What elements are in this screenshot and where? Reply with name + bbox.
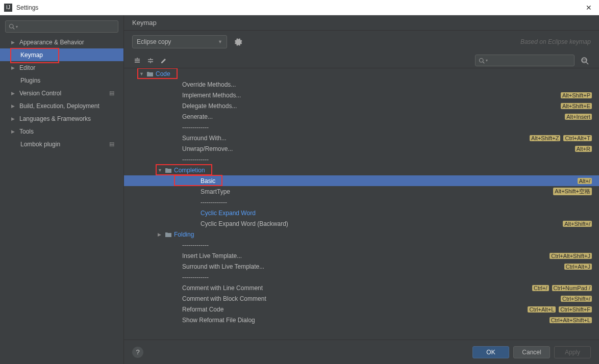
shortcut-list: Alt+/ bbox=[578, 178, 592, 184]
action-item-smarttype[interactable]: SmartTypeAlt+Shift+空格 bbox=[124, 186, 599, 197]
shortcut-badge: Ctrl+Alt+J bbox=[564, 264, 592, 270]
action-label: ------------- bbox=[182, 274, 209, 281]
action-tree: ▼CodeOverride Methods...Implement Method… bbox=[124, 68, 599, 340]
action-item-comment-with-block-comment[interactable]: Comment with Block CommentCtrl+Shift+/ bbox=[124, 293, 599, 304]
gear-icon[interactable] bbox=[234, 38, 242, 46]
shortcut-list: Ctrl+Alt+Shift+L bbox=[550, 317, 592, 323]
chevron-down-icon: ▾ bbox=[16, 24, 18, 29]
shortcut-list: Ctrl+Alt+J bbox=[564, 264, 592, 270]
action-item-delegate-methods-[interactable]: Delegate Methods...Alt+Shift+E bbox=[124, 100, 599, 111]
close-icon[interactable]: ✕ bbox=[583, 4, 595, 12]
shortcut-badge: Alt+Shift+/ bbox=[563, 221, 592, 227]
action-group-folding[interactable]: ▶Folding bbox=[124, 229, 599, 240]
separator: ------------- bbox=[124, 272, 599, 282]
svg-point-2 bbox=[480, 58, 484, 62]
ok-label: OK bbox=[486, 349, 495, 356]
action-item-comment-with-line-comment[interactable]: Comment with Line CommentCtrl+/Ctrl+NumP… bbox=[124, 282, 599, 293]
sidebar-item-lombok-plugin[interactable]: Lombok plugin▤ bbox=[0, 138, 123, 150]
action-item-show-reformat-file-dialog[interactable]: Show Reformat File DialogCtrl+Alt+Shift+… bbox=[124, 315, 599, 325]
chevron-right-icon: ▶ bbox=[11, 91, 15, 96]
sidebar-item-build-execution-deployment[interactable]: ▶Build, Execution, Deployment bbox=[0, 99, 123, 112]
main-panel: Keymap Eclipse copy ▼ Based on Eclipse k… bbox=[124, 15, 599, 364]
sidebar-item-appearance-behavior[interactable]: ▶Appearance & Behavior bbox=[0, 36, 123, 48]
action-label: Basic bbox=[201, 177, 215, 185]
shortcut-list: Ctrl+Alt+LCtrl+Shift+F bbox=[528, 306, 592, 313]
shortcut-list: Ctrl+Shift+/ bbox=[561, 296, 592, 302]
action-item-cyclic-expand-word-backward-[interactable]: Cyclic Expand Word (Backward)Alt+Shift+/ bbox=[124, 218, 599, 229]
action-search-input[interactable]: ▾ bbox=[475, 55, 575, 66]
action-item-generate-[interactable]: Generate...Alt+Insert bbox=[124, 111, 599, 122]
sidebar-item-languages-frameworks[interactable]: ▶Languages & Frameworks bbox=[0, 112, 123, 125]
titlebar: IJ Settings ✕ bbox=[0, 0, 599, 15]
expand-all-button[interactable] bbox=[132, 56, 142, 66]
svg-line-3 bbox=[483, 62, 484, 63]
sidebar: ▾ ▶Appearance & BehaviorKeymap▶EditorPlu… bbox=[0, 15, 124, 364]
chevron-right-icon: ▶ bbox=[11, 129, 15, 134]
scheme-row: Eclipse copy ▼ Based on Eclipse keymap bbox=[124, 31, 599, 53]
folder-icon bbox=[165, 167, 172, 173]
sidebar-item-tools[interactable]: ▶Tools bbox=[0, 125, 123, 138]
shortcut-list: Alt+Insert bbox=[565, 114, 592, 120]
help-button[interactable]: ? bbox=[132, 347, 143, 358]
shortcut-list: Alt+Shift+/ bbox=[563, 221, 592, 227]
action-label: Delegate Methods... bbox=[182, 102, 237, 110]
chevron-down-icon: ▼ bbox=[158, 168, 162, 173]
sidebar-item-version-control[interactable]: ▶Version Control▤ bbox=[0, 87, 123, 99]
action-item-cyclic-expand-word[interactable]: Cyclic Expand Word bbox=[124, 207, 599, 218]
shortcut-badge: Alt+Shift+E bbox=[561, 103, 592, 109]
action-label: Surround With... bbox=[182, 135, 227, 142]
action-item-basic[interactable]: BasicAlt+/ bbox=[124, 175, 599, 186]
shortcut-list: Alt+Shift+ZCtrl+Alt+T bbox=[530, 135, 592, 141]
action-group-completion[interactable]: ▼Completion bbox=[124, 165, 599, 175]
chevron-down-icon: ▾ bbox=[486, 58, 488, 63]
folder-icon bbox=[165, 231, 172, 238]
project-scope-icon: ▤ bbox=[109, 90, 114, 96]
shortcut-badge: Alt+/ bbox=[578, 178, 592, 184]
shortcut-badge: Ctrl+/ bbox=[532, 285, 549, 291]
shortcut-badge: Ctrl+NumPad / bbox=[552, 285, 592, 291]
sidebar-search-input[interactable]: ▾ bbox=[5, 20, 118, 33]
action-label: Surround with Live Template... bbox=[182, 263, 264, 270]
shortcut-badge: Ctrl+Shift+F bbox=[559, 306, 592, 313]
sidebar-item-keymap[interactable]: Keymap bbox=[0, 48, 123, 61]
action-label: Comment with Line Comment bbox=[182, 284, 263, 292]
action-item-surround-with-live-template-[interactable]: Surround with Live Template...Ctrl+Alt+J bbox=[124, 261, 599, 272]
find-shortcut-icon[interactable] bbox=[581, 57, 591, 65]
action-group-code[interactable]: ▼Code bbox=[124, 68, 599, 79]
folder-icon bbox=[146, 71, 154, 77]
action-label: Code bbox=[156, 70, 170, 77]
shortcut-list: Ctrl+Alt+Shift+J bbox=[550, 253, 592, 259]
ok-button[interactable]: OK bbox=[472, 346, 509, 358]
sidebar-item-plugins[interactable]: Plugins bbox=[0, 74, 123, 87]
sidebar-item-label: Plugins bbox=[20, 77, 40, 84]
action-item-unwrap-remove-[interactable]: Unwrap/Remove...Alt+R bbox=[124, 143, 599, 154]
shortcut-list: Alt+Shift+E bbox=[561, 103, 592, 109]
separator: ------------- bbox=[124, 122, 599, 133]
sidebar-item-editor[interactable]: ▶Editor bbox=[0, 61, 123, 74]
action-label: Unwrap/Remove... bbox=[182, 145, 233, 152]
sidebar-item-label: Version Control bbox=[10, 90, 61, 97]
action-label: Completion bbox=[174, 167, 205, 174]
action-label: ------------- bbox=[182, 242, 209, 249]
action-label: ------------- bbox=[182, 156, 209, 163]
cancel-button[interactable]: Cancel bbox=[513, 346, 550, 358]
chevron-right-icon: ▶ bbox=[11, 40, 15, 45]
action-item-surround-with-[interactable]: Surround With...Alt+Shift+ZCtrl+Alt+T bbox=[124, 133, 599, 143]
shortcut-badge: Alt+Insert bbox=[565, 114, 592, 120]
separator: ------------- bbox=[124, 197, 599, 207]
page-title: Keymap bbox=[132, 19, 157, 27]
dialog-footer: ? OK Cancel Apply bbox=[124, 340, 599, 364]
sidebar-tree: ▶Appearance & BehaviorKeymap▶EditorPlugi… bbox=[0, 36, 123, 364]
edit-icon[interactable] bbox=[159, 56, 169, 66]
action-item-insert-live-template-[interactable]: Insert Live Template...Ctrl+Alt+Shift+J bbox=[124, 250, 599, 261]
action-label: ------------- bbox=[182, 124, 209, 131]
action-label: Insert Live Template... bbox=[182, 252, 242, 259]
scheme-value: Eclipse copy bbox=[137, 38, 218, 45]
main-header: Keymap bbox=[124, 15, 599, 31]
action-label: Cyclic Expand Word (Backward) bbox=[201, 220, 288, 227]
action-item-implement-methods-[interactable]: Implement Methods...Alt+Shift+P bbox=[124, 90, 599, 100]
action-item-reformat-code[interactable]: Reformat CodeCtrl+Alt+LCtrl+Shift+F bbox=[124, 304, 599, 315]
keymap-scheme-select[interactable]: Eclipse copy ▼ bbox=[132, 35, 227, 48]
collapse-all-button[interactable] bbox=[145, 56, 156, 66]
action-item-override-methods-[interactable]: Override Methods... bbox=[124, 79, 599, 90]
